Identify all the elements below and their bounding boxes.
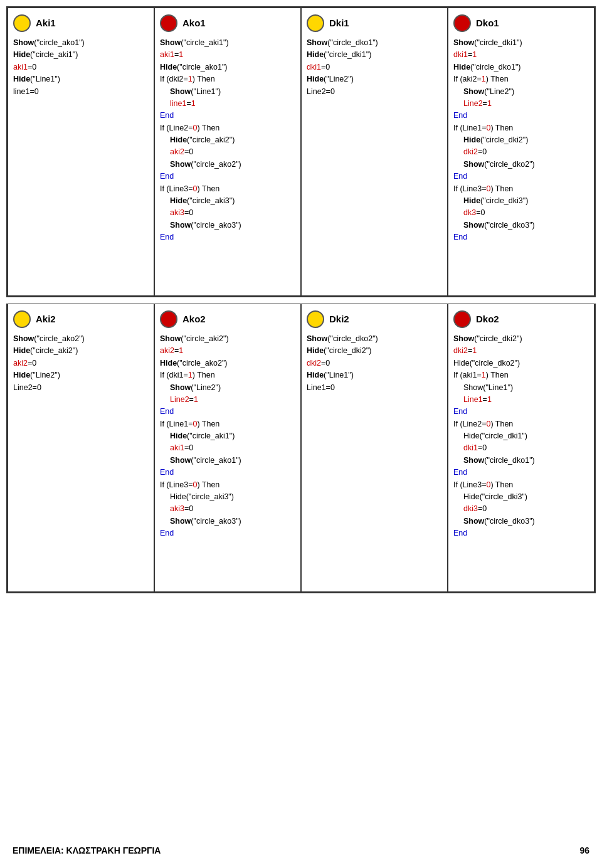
- cell-dko2: Dko2 Show("circle_dki2") dki2=1 Hide("ci…: [448, 304, 594, 592]
- ako1-code: Show("circle_aki1") aki1=1 Hide("circle_…: [160, 37, 295, 243]
- aki1-header: Aki1: [13, 14, 149, 32]
- ako2-title: Ako2: [182, 312, 206, 327]
- cell-ako1: Ako1 Show("circle_aki1") aki1=1 Hide("ci…: [154, 8, 301, 296]
- dki2-title: Dki2: [329, 312, 349, 327]
- aki2-title: Aki2: [36, 312, 56, 327]
- dki1-code: Show("circle_dko1") Hide("circle_dki1") …: [307, 37, 442, 98]
- cell-ako2: Ako2 Show("circle_aki2") aki2=1 Hide("ci…: [154, 304, 301, 592]
- aki2-code: Show("circle_ako2") Hide("circle_aki2") …: [13, 333, 149, 394]
- top-grid: Aki1 Show("circle_ako1") Hide("circle_ak…: [6, 6, 596, 297]
- aki1-line1-plain: ("circle_ako1"): [34, 38, 84, 47]
- aki1-line3-plain: =0: [28, 63, 36, 71]
- aki1-code: Show("circle_ako1") Hide("circle_aki1") …: [13, 37, 149, 98]
- dko2-title: Dko2: [476, 312, 499, 327]
- dko2-circle: [453, 310, 471, 328]
- aki2-header: Aki2: [13, 310, 149, 328]
- dki1-title: Dki1: [329, 16, 349, 31]
- footer-right: 96: [579, 845, 589, 855]
- aki1-line5: line1=0: [13, 87, 39, 96]
- footer-left: ΕΠΙΜΕΛΕΙΑ: ΚΛΩΣΤΡΑΚΗ ΓΕΩΡΓΙΑ: [13, 845, 161, 855]
- dki1-header: Dki1: [307, 14, 442, 32]
- cell-dki1: Dki1 Show("circle_dko1") Hide("circle_dk…: [301, 8, 448, 296]
- dki2-circle: [307, 310, 324, 328]
- dko1-circle: [453, 14, 471, 32]
- ako2-header: Ako2: [160, 310, 295, 328]
- ako2-code: Show("circle_aki2") aki2=1 Hide("circle_…: [160, 333, 295, 539]
- dko2-header: Dko2: [453, 310, 589, 328]
- aki1-circle: [13, 14, 31, 32]
- dki1-circle: [307, 14, 324, 32]
- cell-dki2: Dki2 Show("circle_dko2") Hide("circle_dk…: [301, 304, 448, 592]
- dko2-code: Show("circle_dki2") dki2=1 Hide("circle_…: [453, 333, 589, 539]
- aki1-line4-plain: ("Line1"): [30, 75, 60, 83]
- dki2-header: Dki2: [307, 310, 442, 328]
- aki1-line3-red: aki1: [13, 63, 28, 71]
- cell-aki2: Aki2 Show("circle_ako2") Hide("circle_ak…: [8, 304, 154, 592]
- bottom-grid: Aki2 Show("circle_ako2") Hide("circle_ak…: [6, 304, 596, 593]
- aki1-line4-bold: Hide: [13, 75, 30, 83]
- cell-dko1: Dko1 Show("circle_dki1") dki1=1 Hide("ci…: [448, 8, 594, 296]
- dko1-header: Dko1: [453, 14, 589, 32]
- aki1-line2-bold: Hide: [13, 50, 30, 59]
- footer: ΕΠΙΜΕΛΕΙΑ: ΚΛΩΣΤΡΑΚΗ ΓΕΩΡΓΙΑ 96: [0, 845, 602, 855]
- aki1-title: Aki1: [36, 16, 56, 31]
- cell-aki1: Aki1 Show("circle_ako1") Hide("circle_ak…: [8, 8, 154, 296]
- ako1-header: Ako1: [160, 14, 295, 32]
- ako1-circle: [160, 14, 177, 32]
- ako1-title: Ako1: [182, 16, 206, 31]
- aki1-line2-plain: ("circle_aki1"): [30, 50, 78, 59]
- dki2-code: Show("circle_dko2") Hide("circle_dki2") …: [307, 333, 442, 394]
- dko1-title: Dko1: [476, 16, 499, 31]
- ako2-circle: [160, 310, 177, 328]
- aki2-circle: [13, 310, 31, 328]
- aki1-line1-bold: Show: [13, 38, 34, 47]
- dko1-code: Show("circle_dki1") dki1=1 Hide("circle_…: [453, 37, 589, 243]
